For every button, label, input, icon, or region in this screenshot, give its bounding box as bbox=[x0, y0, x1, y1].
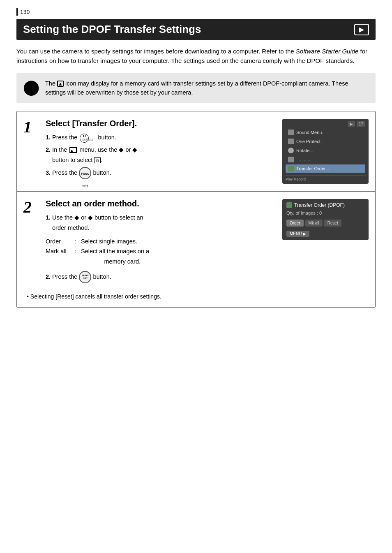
reset-btn: Reset bbox=[324, 220, 341, 227]
step-1-number: 1 bbox=[23, 119, 39, 135]
menu-inline-icon bbox=[69, 147, 77, 153]
page-number: 130 bbox=[16, 8, 376, 16]
step-1: 1 Select [Transfer Order]. 1. Press the … bbox=[17, 111, 375, 192]
transfer-icon: ⊟ bbox=[94, 157, 101, 163]
menu-item-sound: Sound Menu. bbox=[286, 128, 365, 137]
func-set-button: FUNCSET bbox=[79, 167, 91, 179]
menu-item-extra: ............ bbox=[286, 155, 365, 164]
warning-icon: ⬤ bbox=[23, 80, 39, 95]
step-1-body: 1. Press the U MENU button. 2. In the me… bbox=[46, 132, 276, 179]
menu-item-transfer: Transfer Order... bbox=[286, 164, 365, 173]
step-2-body: 1. Use the ◆ or ◆ button to select an or… bbox=[46, 213, 276, 283]
warning-box: ⬤ The ▲ icon may display for a memory ca… bbox=[16, 73, 376, 103]
step-1-title: Select [Transfer Order]. bbox=[46, 119, 276, 128]
step-2-number: 2 bbox=[23, 199, 39, 215]
steps-container: 1 Select [Transfer Order]. 1. Press the … bbox=[16, 111, 376, 307]
step-2: 2 Select an order method. 1. Use the ◆ o… bbox=[17, 192, 375, 307]
intro-paragraph: You can use the camera to specify settin… bbox=[16, 46, 376, 66]
menu-func-indicator: MENU ▶ bbox=[286, 231, 309, 237]
order-btn: Order bbox=[286, 220, 304, 227]
func-set-button-2: FUNCSET bbox=[79, 271, 91, 283]
mark-all-btn: Mk all bbox=[305, 220, 323, 227]
step-2-title: Select an order method. bbox=[46, 199, 276, 208]
page-title-bar: Setting the DPOF Transfer Settings ▶ bbox=[16, 19, 376, 40]
order-row-single: Order : Select single images. bbox=[46, 236, 276, 247]
warning-text: The ▲ icon may display for a memory card… bbox=[45, 79, 369, 97]
page-title: Setting the DPOF Transfer Settings bbox=[23, 23, 354, 36]
order-row-all: Mark all : Select all the images on a me… bbox=[46, 246, 276, 266]
step-2-screen: Transfer Order (DPOF) Qty. of Images : 0… bbox=[282, 199, 369, 240]
step-2-content: Select an order method. 1. Use the ◆ or … bbox=[46, 199, 276, 283]
play-mode-icon: ▶ bbox=[354, 24, 369, 35]
step-1-screen: ▶ 17 Sound Menu. One Protect.. Rotate...… bbox=[282, 119, 369, 184]
menu-item-protect: One Protect.. bbox=[286, 137, 365, 146]
step-1-content: Select [Transfer Order]. 1. Press the U … bbox=[46, 119, 276, 179]
step-2-note: • Selecting [Reset] cancels all transfer… bbox=[23, 293, 369, 300]
menu-item-rotate: Rotate... bbox=[286, 146, 365, 155]
order-table: Order : Select single images. Mark all :… bbox=[46, 236, 276, 267]
